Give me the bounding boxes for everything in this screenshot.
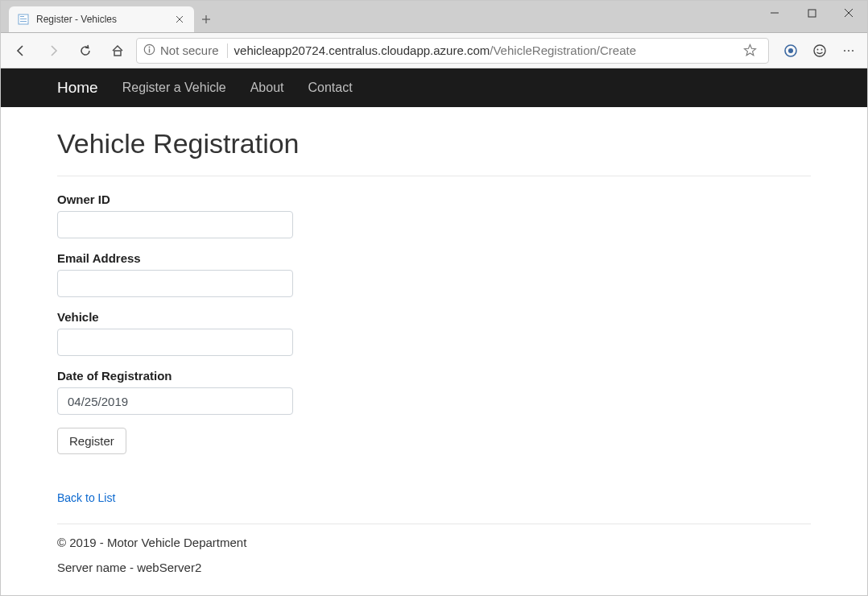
svg-rect-12 <box>114 51 121 56</box>
owner-id-group: Owner ID <box>57 192 811 238</box>
info-icon <box>143 43 155 58</box>
svg-rect-3 <box>20 21 27 22</box>
url-host: vehicleapp20724.centralus.cloudapp.azure… <box>234 43 490 57</box>
owner-id-input[interactable] <box>57 211 293 238</box>
vehicle-label: Vehicle <box>57 310 811 324</box>
window-minimize-button[interactable] <box>756 0 793 26</box>
svg-point-22 <box>844 49 845 51</box>
submit-group: Register <box>57 428 811 454</box>
svg-point-20 <box>817 48 819 50</box>
extension-icon[interactable] <box>779 39 803 63</box>
security-badge[interactable]: Not secure <box>143 43 228 58</box>
owner-id-label: Owner ID <box>57 192 811 206</box>
url-bar[interactable]: Not secure vehicleapp20724.centralus.clo… <box>136 38 769 64</box>
back-button[interactable] <box>7 37 35 64</box>
date-label: Date of Registration <box>57 369 811 383</box>
tab-close-icon[interactable] <box>173 13 186 26</box>
url-text: vehicleapp20724.centralus.cloudapp.azure… <box>234 43 731 57</box>
navbar-contact-link[interactable]: Contact <box>308 81 352 95</box>
toolbar-right <box>779 39 861 63</box>
register-button[interactable]: Register <box>57 428 126 454</box>
more-menu-icon[interactable] <box>837 39 861 63</box>
date-group: Date of Registration <box>57 369 811 415</box>
navbar-home-link[interactable]: Home <box>57 79 98 97</box>
date-input[interactable] <box>57 387 293 415</box>
svg-marker-16 <box>744 45 755 56</box>
smile-feedback-icon[interactable] <box>808 39 832 63</box>
url-path: /VehicleRegistration/Create <box>490 43 636 57</box>
svg-rect-1 <box>20 16 24 17</box>
bookmark-star-icon[interactable] <box>738 39 762 63</box>
window-maximize-button[interactable] <box>793 0 830 26</box>
svg-point-19 <box>814 45 825 56</box>
footer-copyright: © 2019 - Motor Vehicle Department <box>57 536 811 549</box>
forward-button[interactable] <box>39 37 67 64</box>
header-divider <box>57 176 811 176</box>
page-favicon-icon <box>17 13 30 26</box>
svg-point-23 <box>848 49 849 51</box>
refresh-button[interactable] <box>72 37 99 64</box>
svg-rect-15 <box>149 48 150 52</box>
svg-rect-9 <box>808 10 816 17</box>
page-title: Vehicle Registration <box>57 128 811 159</box>
security-label: Not secure <box>160 43 219 57</box>
email-label: Email Address <box>57 251 811 265</box>
new-tab-button[interactable] <box>194 6 218 32</box>
email-input[interactable] <box>57 270 293 297</box>
page-container: Vehicle Registration Owner ID Email Addr… <box>1 107 867 596</box>
window-controls <box>756 0 867 32</box>
svg-rect-2 <box>20 19 27 19</box>
window-close-button[interactable] <box>830 0 867 26</box>
back-to-list-link[interactable]: Back to List <box>57 491 115 504</box>
footer-server: Server name - webServer2 <box>57 561 811 574</box>
footer-divider <box>57 524 811 524</box>
navbar-register-link[interactable]: Register a Vehicle <box>122 81 226 95</box>
home-button[interactable] <box>104 37 131 64</box>
email-group: Email Address <box>57 251 811 297</box>
vehicle-input[interactable] <box>57 329 293 356</box>
svg-point-24 <box>852 49 854 51</box>
navbar-about-link[interactable]: About <box>250 81 284 95</box>
browser-tab-strip: Register - Vehicles <box>1 1 867 33</box>
svg-point-21 <box>821 48 823 50</box>
svg-point-14 <box>149 46 151 48</box>
site-navbar: Home Register a Vehicle About Contact <box>1 68 867 107</box>
svg-point-18 <box>788 48 793 53</box>
vehicle-group: Vehicle <box>57 310 811 356</box>
browser-tab[interactable]: Register - Vehicles <box>9 6 194 32</box>
tab-title: Register - Vehicles <box>36 14 173 25</box>
browser-toolbar: Not secure vehicleapp20724.centralus.clo… <box>1 33 867 68</box>
